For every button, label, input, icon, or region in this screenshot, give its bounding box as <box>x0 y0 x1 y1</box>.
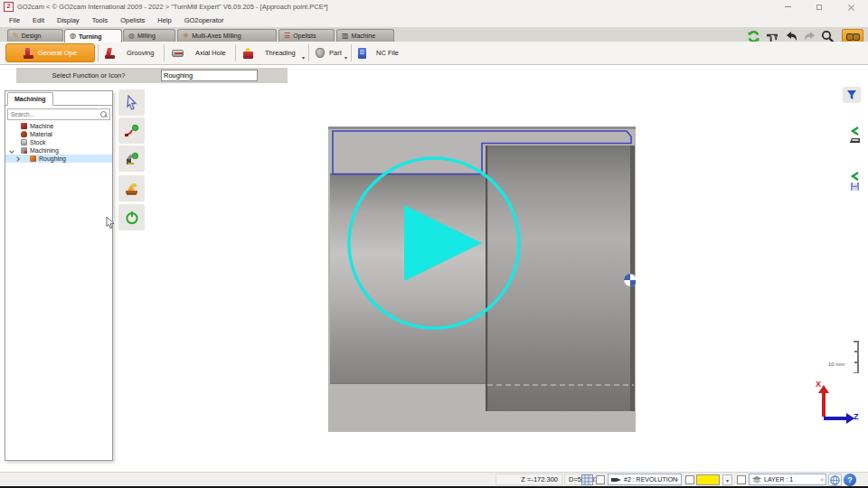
filter-button[interactable] <box>843 87 861 103</box>
tool-holder-icon <box>124 182 140 196</box>
tab-turning[interactable]: ◎ Turning <box>64 29 122 42</box>
scale-bar <box>857 341 859 373</box>
roughing-node-icon <box>30 155 36 162</box>
part-dropdown-arrow[interactable]: ▾ <box>344 54 347 61</box>
function-input[interactable] <box>161 70 258 81</box>
threading-button[interactable]: Threading <box>240 43 299 62</box>
minimize-icon <box>785 6 791 7</box>
simulation-start-button[interactable] <box>118 204 145 230</box>
axis-z-arrow <box>824 417 847 420</box>
menu-display[interactable]: Display <box>57 16 80 24</box>
tool-green-icon <box>124 152 139 166</box>
tree-item-roughing[interactable]: Roughing <box>5 155 112 163</box>
tree-item-stock[interactable]: Stock <box>5 138 112 146</box>
help-button[interactable] <box>844 474 856 486</box>
glasses-icon <box>846 33 860 40</box>
caliper-icon <box>766 31 779 42</box>
active-color-swatch[interactable] <box>696 474 720 485</box>
close-button[interactable] <box>839 0 863 14</box>
machine-node-icon <box>21 123 27 129</box>
design-pencil-icon: ✎ <box>13 33 19 40</box>
expand-chevron-icon[interactable] <box>9 148 14 154</box>
go2cam-window: 2 GO2cam < © GO2cam International 2009 -… <box>0 0 868 488</box>
menu-tools[interactable]: Tools <box>92 16 108 24</box>
tab-milling[interactable]: ◍ Milling <box>123 29 175 42</box>
grooving-button[interactable]: Grooving <box>101 43 157 62</box>
collapse-group-2[interactable] <box>848 172 861 192</box>
panel-tab-machining[interactable]: Machining <box>7 92 53 106</box>
tab-multi-axes-milling[interactable]: ❖ Multi-Axes Milling <box>177 29 277 42</box>
menu-opelists[interactable]: Opelists <box>120 16 145 24</box>
menu-edit[interactable]: Edit <box>33 16 44 24</box>
layer-combo[interactable]: LAYER : 1 ˅ <box>749 474 826 485</box>
axis-x-arrow <box>822 392 826 417</box>
grid-toggle-button[interactable] <box>581 474 593 487</box>
approach-curve-icon <box>124 124 139 138</box>
tab-design[interactable]: ✎ Design <box>7 29 63 42</box>
menu-go2operator[interactable]: GO2operator <box>184 16 224 24</box>
spindle-checkbox[interactable] <box>596 475 605 484</box>
cursor-arrow-icon <box>125 95 139 110</box>
menu-help[interactable]: Help <box>157 16 171 24</box>
tree-search[interactable] <box>7 108 110 120</box>
machining-node-icon <box>21 147 27 154</box>
globe-icon <box>830 475 840 485</box>
tab-opelists[interactable]: ☰ Opelists <box>278 29 335 42</box>
power-icon <box>125 211 139 225</box>
part-icon <box>316 48 325 58</box>
undo-icon <box>784 31 798 42</box>
color-checkbox[interactable] <box>685 475 694 484</box>
multi-axes-milling-icon: ❖ <box>183 33 189 40</box>
maximize-button[interactable] <box>807 0 831 14</box>
menubar: File Edit Display Tools Opelists Help GO… <box>0 14 868 27</box>
axial-hole-button[interactable]: Axial Hole <box>168 43 230 62</box>
tool-holder-button[interactable] <box>118 175 145 202</box>
milling-icon: ◍ <box>128 33 135 40</box>
nc-file-icon <box>358 48 366 59</box>
collapse-group-1[interactable] <box>848 127 861 146</box>
layer-icon <box>752 476 761 483</box>
menu-file[interactable]: File <box>9 16 20 24</box>
minimize-button[interactable] <box>776 0 799 14</box>
approach-point-button[interactable] <box>118 117 145 144</box>
tree-item-machine[interactable]: Machine <box>5 122 112 130</box>
z-coordinate-readout: Z =-172.300 <box>495 474 562 485</box>
spindle-tool-icon <box>611 476 621 483</box>
close-icon <box>848 4 854 10</box>
material-node-icon <box>21 131 27 137</box>
threading-dropdown-arrow[interactable]: ▾ <box>302 54 305 61</box>
chevron-left-icon <box>850 127 860 136</box>
search-input[interactable] <box>8 111 99 117</box>
filter-funnel-icon <box>846 89 857 100</box>
threading-tool-icon <box>243 48 253 59</box>
search-icon <box>99 110 108 118</box>
axis-z-label: Z <box>854 412 859 421</box>
general-ope-button[interactable]: General Ope <box>5 43 95 62</box>
tool-tray-icon <box>849 136 861 145</box>
tree-item-material[interactable]: Material <box>5 130 112 138</box>
select-mode-button[interactable] <box>118 89 145 116</box>
app-logo-icon: 2 <box>4 2 14 12</box>
part-button[interactable]: Part <box>312 43 345 62</box>
spindle-combo[interactable]: #2 : REVOLUTION ˅ <box>608 474 682 485</box>
nc-file-button[interactable]: NC File <box>354 43 402 62</box>
general-ope-tool-icon <box>24 48 33 59</box>
tree-item-machining[interactable]: Machining <box>5 146 112 155</box>
maximize-icon <box>816 5 822 10</box>
chevron-left-icon <box>850 172 860 181</box>
prompt-bar: Select Function or Icon? <box>16 68 288 83</box>
viewport-3d-model[interactable] <box>328 127 636 432</box>
view-globe-button[interactable] <box>828 474 842 486</box>
machine-icon: ▥ <box>342 33 349 40</box>
scale-label: 10 mm <box>828 361 844 367</box>
tool-check-button[interactable] <box>118 145 145 172</box>
layer-checkbox[interactable] <box>737 475 746 484</box>
collapse-chevron-icon[interactable] <box>14 156 20 162</box>
machining-panel: Machining Machine Material Stock Machini <box>5 90 113 461</box>
color-dropdown-arrow[interactable]: ▾ <box>722 474 732 485</box>
grid-icon <box>581 474 593 485</box>
part-right-cylinder <box>486 145 634 411</box>
opelists-document-icon: ☰ <box>284 33 290 40</box>
redo-icon <box>803 31 817 42</box>
tab-machine[interactable]: ▥ Machine <box>336 29 394 42</box>
